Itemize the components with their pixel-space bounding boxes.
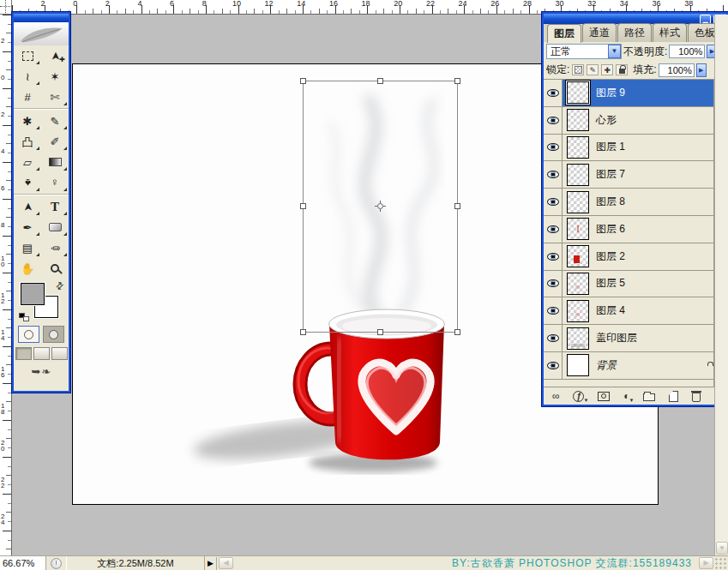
transform-bounding-box[interactable] — [303, 81, 458, 333]
layer-thumbnail[interactable] — [567, 245, 589, 267]
status-menu-icon[interactable]: ▶ — [205, 557, 217, 570]
tab-样式[interactable]: 样式 — [653, 23, 687, 42]
history-brush-tool[interactable]: ✐ — [41, 131, 69, 152]
layer-row-main[interactable]: 图层 9 — [563, 80, 713, 106]
default-colors-icon[interactable] — [19, 313, 29, 321]
layer-visibility-toggle[interactable] — [544, 80, 563, 106]
delete-layer-icon[interactable] — [692, 389, 701, 403]
swap-colors-icon[interactable]: ⇄ — [53, 279, 67, 293]
layer-thumbnail[interactable] — [567, 81, 589, 104]
layer-thumbnail[interactable] — [567, 300, 589, 322]
transform-handle-w[interactable] — [300, 203, 306, 209]
transform-handle-ne[interactable] — [454, 78, 460, 84]
lock-transparency-icon[interactable] — [572, 64, 584, 75]
layer-row[interactable]: 心形 — [544, 107, 713, 135]
scroll-down-icon[interactable]: ▼ — [716, 542, 728, 555]
notes-tool[interactable]: ▤ — [14, 237, 41, 258]
toolbox-title-bar[interactable] — [14, 14, 69, 22]
layer-row-main[interactable]: 图层 1 — [563, 135, 713, 161]
layer-row[interactable]: 图层 6 — [544, 216, 713, 243]
new-layer-icon[interactable] — [669, 389, 678, 403]
layer-thumbnail[interactable] — [567, 191, 589, 213]
layer-row[interactable]: 图层 9 — [544, 80, 713, 107]
layer-visibility-toggle[interactable] — [544, 107, 563, 134]
lasso-tool[interactable]: ≀ — [14, 66, 41, 87]
transform-handle-e[interactable] — [454, 203, 460, 209]
clone-stamp-tool[interactable]: 凸 — [14, 131, 41, 152]
foreground-color-swatch[interactable] — [21, 283, 45, 305]
eraser-tool[interactable]: ▱ — [14, 152, 41, 172]
brush-tool[interactable]: ✎ — [41, 111, 69, 131]
hscroll-left-icon[interactable]: ◀ — [219, 557, 233, 569]
lock-paint-icon[interactable]: ✎ — [587, 64, 599, 75]
layer-visibility-toggle[interactable] — [544, 161, 563, 188]
standard-mode-button[interactable] — [18, 326, 39, 343]
layer-thumbnail[interactable] — [567, 164, 589, 186]
layer-row[interactable]: 图层 1 — [544, 135, 713, 162]
rectangular-marquee-tool[interactable] — [14, 45, 41, 66]
tab-通道[interactable]: 通道 — [582, 23, 617, 42]
layer-thumbnail[interactable] — [567, 109, 589, 131]
layer-row[interactable]: 图层 7 — [544, 161, 713, 189]
adjustment-layer-icon[interactable]: ◐▼ — [623, 389, 629, 403]
tab-路径[interactable]: 路径 — [617, 23, 652, 42]
layer-visibility-toggle[interactable] — [544, 135, 563, 161]
transform-handle-nw[interactable] — [300, 78, 306, 84]
crop-tool[interactable]: # — [14, 87, 41, 107]
layer-row[interactable]: 图层 5 — [544, 271, 713, 298]
left-ruler[interactable]: 2024681012141618202224 — [0, 15, 12, 555]
layer-row-main[interactable]: 图层 4 — [563, 297, 713, 324]
blur-tool[interactable]: ♠ — [14, 172, 41, 193]
chevron-down-icon[interactable]: ▼ — [608, 45, 621, 58]
add-layer-mask-icon[interactable] — [598, 389, 610, 403]
jump-to-imageready-button[interactable]: ➥❧ — [14, 362, 69, 380]
fill-input[interactable]: 100% — [659, 63, 695, 77]
blend-mode-select[interactable]: 正常 ▼ — [546, 44, 622, 59]
layer-row-main[interactable]: 盖印图层 — [563, 325, 713, 351]
transform-handle-se[interactable] — [454, 329, 460, 335]
path-selection-tool[interactable]: ➤ — [14, 196, 41, 217]
layer-row[interactable]: 盖印图层 — [544, 325, 713, 352]
magic-wand-tool[interactable]: ✶ — [41, 66, 69, 87]
new-group-icon[interactable] — [643, 389, 655, 403]
tab-图层[interactable]: 图层 — [547, 24, 581, 43]
transform-handle-n[interactable] — [377, 78, 383, 84]
slice-tool[interactable]: ✄ — [41, 87, 69, 107]
transform-handle-sw[interactable] — [300, 329, 306, 335]
layer-row-main[interactable]: 心形 — [563, 107, 713, 134]
layer-row-main[interactable]: 背景 — [563, 352, 713, 379]
horizontal-scrollbar[interactable]: BY:古欲香萧 PHOTOSHOP 交流群:155189433 — [233, 556, 697, 570]
resize-grip[interactable] — [714, 557, 727, 570]
transform-reference-point[interactable] — [375, 201, 386, 212]
layer-row[interactable]: 背景 — [544, 352, 713, 380]
opacity-input[interactable]: 100% — [669, 45, 705, 58]
layer-thumbnail[interactable] — [567, 273, 589, 295]
layer-visibility-toggle[interactable] — [544, 352, 563, 379]
layer-thumbnail[interactable] — [567, 327, 589, 350]
layer-row[interactable]: 图层 4 — [544, 297, 713, 325]
layer-thumbnail[interactable] — [567, 354, 589, 376]
fullscreen-menubar-mode-button[interactable] — [33, 347, 50, 360]
layer-thumbnail[interactable] — [567, 136, 589, 159]
dodge-tool[interactable]: ♁ — [41, 172, 69, 193]
gradient-tool[interactable] — [41, 152, 69, 172]
layer-thumbnail[interactable] — [567, 218, 589, 240]
ruler-origin-box[interactable] — [0, 0, 12, 15]
fill-slider-icon[interactable]: ▶ — [696, 63, 707, 77]
zoom-level-input[interactable]: 66.67% — [0, 556, 46, 570]
layer-row-main[interactable]: 图层 6 — [563, 216, 713, 243]
pen-tool[interactable]: ✒ — [14, 217, 41, 237]
lock-all-icon[interactable] — [616, 64, 628, 75]
transform-handle-s[interactable] — [377, 329, 383, 335]
healing-brush-tool[interactable]: ✱ — [14, 111, 41, 131]
layer-row-main[interactable]: 图层 8 — [563, 189, 713, 215]
eyedropper-tool[interactable]: ✏ — [41, 237, 69, 258]
hscroll-right-icon[interactable]: ▶ — [699, 557, 713, 569]
zoom-tool[interactable] — [41, 258, 69, 279]
layer-style-icon[interactable]: ƒ▼ — [573, 389, 584, 403]
layer-row[interactable]: 图层 8 — [544, 189, 713, 216]
layer-visibility-toggle[interactable] — [544, 216, 563, 243]
layer-visibility-toggle[interactable] — [544, 325, 563, 351]
hand-tool[interactable]: ✋ — [14, 258, 41, 279]
lock-position-icon[interactable]: ✚ — [601, 64, 613, 75]
